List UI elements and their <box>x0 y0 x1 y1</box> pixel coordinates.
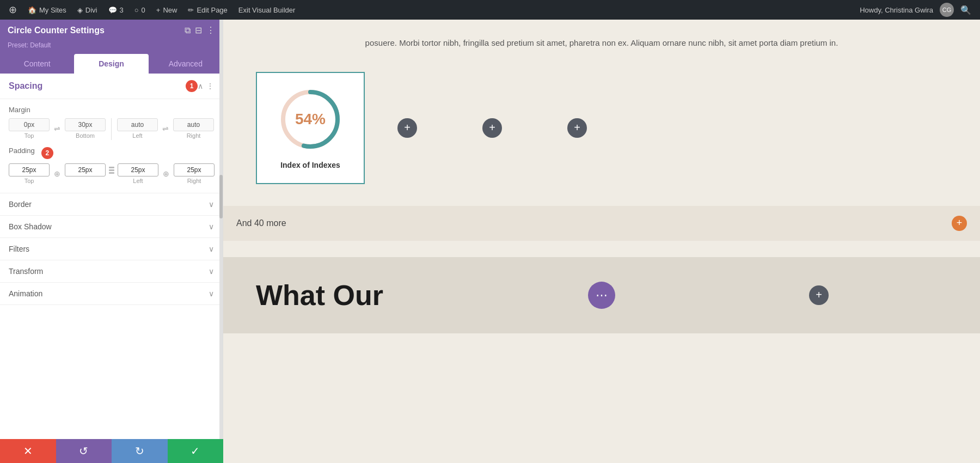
settings-panel: Circle Counter Settings ⧉ ⊟ ⋮ Preset: De… <box>0 20 223 463</box>
border-chevron[interactable]: ∨ <box>209 200 214 209</box>
padding-right-input[interactable] <box>174 163 215 176</box>
comments-zero[interactable]: ○ 0 <box>130 0 150 20</box>
spacing-content: Margin Top ⇌ Bottom <box>0 99 223 193</box>
purple-dots-btn[interactable]: ⋯ <box>588 282 615 309</box>
counter-percent: 54% <box>295 111 326 128</box>
padding-label: Padding <box>9 147 35 155</box>
add-module-btn-2[interactable]: + <box>482 118 502 138</box>
divi-icon: ◈ <box>77 6 83 14</box>
filters-section-header[interactable]: Filters ∨ <box>0 238 223 260</box>
top-bar-right: Howdy, Christina Gwira CG 🔍 <box>855 0 976 20</box>
split-icon[interactable]: ⊟ <box>195 25 202 35</box>
filters-chevron[interactable]: ∨ <box>209 245 214 253</box>
transform-chevron[interactable]: ∨ <box>209 267 214 276</box>
padding-label-row: Padding 2 <box>9 147 214 159</box>
howdy-text: Howdy, Christina Gwira <box>855 0 938 20</box>
margin-link-icon-right[interactable]: ⇌ <box>160 124 171 133</box>
padding-top-label: Top <box>24 178 34 184</box>
plus-icon: + <box>156 6 161 14</box>
search-icon[interactable]: 🔍 <box>956 5 976 15</box>
circle-counter: 54% <box>278 87 343 152</box>
what-our-section: What Our ⋯ + <box>223 257 980 333</box>
transform-section-header[interactable]: Transform ∨ <box>0 260 223 283</box>
add-module-btn-1[interactable]: + <box>397 118 417 138</box>
padding-left-label: Left <box>133 178 143 184</box>
top-bar: ⊕ 🏠 My Sites ◈ Divi 💬 3 ○ 0 + New ✏ Edit… <box>0 0 980 20</box>
padding-left-field: Left <box>118 163 158 184</box>
page-inner: posuere. Morbi tortor nibh, fringilla se… <box>223 20 980 257</box>
padding-top-bottom-pair: Top ⊕ Bot <box>9 163 106 184</box>
padding-badge: 2 <box>41 147 53 159</box>
more-icon[interactable]: ⋮ <box>206 25 215 35</box>
undo-icon: ↺ <box>79 444 88 458</box>
plus-orange-icon: + <box>957 217 963 229</box>
save-button[interactable]: ✓ <box>168 439 224 463</box>
box-shadow-chevron[interactable]: ∨ <box>209 222 214 231</box>
tab-advanced[interactable]: Advanced <box>149 54 223 74</box>
more-bar-add-btn[interactable]: + <box>952 216 967 231</box>
comment-icon: 💬 <box>108 6 117 14</box>
padding-top-field: Top <box>9 163 50 184</box>
box-shadow-title: Box Shadow <box>9 222 209 231</box>
spacing-chevron[interactable]: ∧ <box>198 82 203 90</box>
margin-top-input[interactable] <box>9 118 50 131</box>
intro-text: posuere. Morbi tortor nibh, fringilla se… <box>357 36 847 50</box>
edit-page-link[interactable]: ✏ Edit Page <box>183 0 231 20</box>
preset-label[interactable]: Preset: Default <box>8 41 51 49</box>
exit-builder-link[interactable]: Exit Visual Builder <box>234 0 300 20</box>
add-module-btn-3[interactable]: + <box>567 118 587 138</box>
tab-content[interactable]: Content <box>0 54 74 74</box>
save-icon: ✓ <box>191 444 200 458</box>
margin-left-input[interactable] <box>117 118 158 131</box>
margin-right-field: Right <box>173 118 214 139</box>
cancel-button[interactable]: ✕ <box>0 439 56 463</box>
panel-title: Circle Counter Settings <box>8 26 105 35</box>
comments-menu[interactable]: 💬 3 <box>104 0 128 20</box>
padding-link-icon[interactable]: ⊕ <box>52 169 63 178</box>
divi-menu[interactable]: ◈ Divi <box>73 0 102 20</box>
padding-left-input[interactable] <box>118 163 158 176</box>
avatar[interactable]: CG <box>940 3 954 17</box>
scroll-track <box>219 20 223 463</box>
panel-header-icons: ⧉ ⊟ ⋮ <box>185 25 215 35</box>
margin-bottom-field: Bottom <box>65 118 106 139</box>
box-shadow-section-header[interactable]: Box Shadow ∨ <box>0 216 223 238</box>
counter-card: 54% Index of Indexes <box>256 72 365 184</box>
animation-title: Animation <box>9 289 209 298</box>
padding-bottom-input[interactable] <box>65 163 106 176</box>
new-menu[interactable]: + New <box>152 0 182 20</box>
more-bar-text: And 40 more <box>236 218 286 228</box>
margin-left-field: Left <box>117 118 158 139</box>
spacing-title: Spacing <box>9 81 182 91</box>
add-section-btn[interactable]: + <box>809 285 829 305</box>
padding-lr-pair: Left ⊕ Right <box>118 163 215 184</box>
undo-button[interactable]: ↺ <box>56 439 112 463</box>
wp-icon: ⊕ <box>9 4 17 16</box>
padding-top-input[interactable] <box>9 163 50 176</box>
margin-left-pair: Top ⇌ Bottom <box>9 118 106 139</box>
border-section-header[interactable]: Border ∨ <box>0 193 223 216</box>
margin-bottom-input[interactable] <box>65 118 106 131</box>
page-canvas: posuere. Morbi tortor nibh, fringilla se… <box>223 20 980 463</box>
padding-right-field: Right <box>174 163 215 184</box>
animation-chevron[interactable]: ∨ <box>209 289 214 298</box>
counter-title: Index of Indexes <box>280 161 340 169</box>
settings-tabs: Content Design Advanced <box>0 54 223 74</box>
animation-section-header[interactable]: Animation ∨ <box>0 283 223 305</box>
spacing-section-header[interactable]: Spacing 1 ∧ ⋮ <box>0 74 223 99</box>
redo-button[interactable]: ↻ <box>112 439 168 463</box>
expand-icon[interactable]: ⧉ <box>185 26 191 35</box>
spacing-options[interactable]: ⋮ <box>206 82 214 90</box>
pencil-icon: ✏ <box>188 6 194 14</box>
more-bar: And 40 more + <box>223 206 980 241</box>
wp-logo[interactable]: ⊕ <box>4 0 21 20</box>
tab-design[interactable]: Design <box>74 54 148 74</box>
padding-lr-link[interactable]: ⊕ <box>161 169 171 178</box>
mysites-menu[interactable]: 🏠 My Sites <box>23 0 71 20</box>
margin-right-input[interactable] <box>173 118 214 131</box>
scroll-thumb[interactable] <box>219 175 223 218</box>
margin-link-icon-left[interactable]: ⇌ <box>52 124 63 133</box>
panel-header: Circle Counter Settings ⧉ ⊟ ⋮ <box>0 20 223 39</box>
margin-right-label: Right <box>187 132 201 139</box>
home-icon: 🏠 <box>28 6 36 14</box>
